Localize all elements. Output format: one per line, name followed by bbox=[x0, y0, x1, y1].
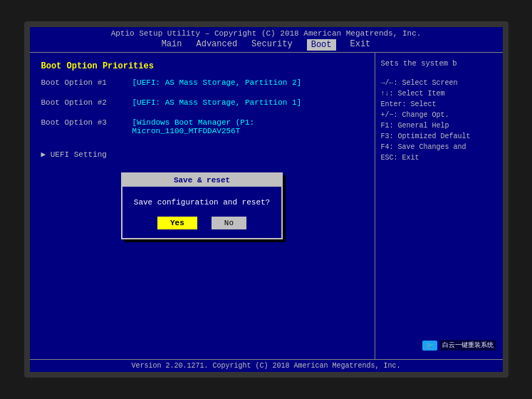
key-change-opt: +/−: Change Opt. bbox=[381, 110, 497, 120]
dialog-message: Save configuration and reset? bbox=[134, 198, 270, 207]
watermark-brand: 白云一键重装系统 bbox=[440, 340, 496, 351]
app-title: Aptio Setup Utility – Copyright (C) 2018… bbox=[30, 29, 503, 38]
menu-item-main[interactable]: Main bbox=[162, 39, 182, 51]
dialog-buttons: Yes No bbox=[134, 217, 270, 229]
menu-items: Main Advanced Security Boot Exit bbox=[30, 39, 503, 51]
key-enter: Enter: Select bbox=[381, 99, 497, 110]
no-button[interactable]: No bbox=[212, 217, 246, 229]
key-select-screen: →/←: Select Screen bbox=[381, 78, 497, 88]
left-panel: Boot Option Priorities Boot Option #1 [U… bbox=[30, 53, 375, 359]
save-reset-dialog: Save & reset Save configuration and rese… bbox=[121, 172, 283, 239]
watermark-logo: 🐦 bbox=[422, 341, 437, 351]
dialog-body: Save configuration and reset? Yes No bbox=[122, 187, 281, 238]
menu-item-security[interactable]: Security bbox=[251, 39, 293, 51]
menu-item-boot[interactable]: Boot bbox=[307, 39, 336, 51]
help-text: Sets the system b bbox=[381, 58, 497, 69]
key-f4: F4: Save Changes and bbox=[381, 142, 497, 152]
right-panel: Sets the system b →/←: Select Screen ↑↓:… bbox=[375, 53, 503, 359]
dialog-title: Save & reset bbox=[122, 174, 281, 187]
monitor: Aptio Setup Utility – Copyright (C) 2018… bbox=[24, 21, 508, 378]
menu-item-exit[interactable]: Exit bbox=[350, 39, 371, 51]
screen: Aptio Setup Utility – Copyright (C) 2018… bbox=[30, 27, 503, 372]
status-bar: Version 2.20.1271. Copyright (C) 2018 Am… bbox=[30, 359, 503, 372]
dialog-overlay: Save & reset Save configuration and rese… bbox=[30, 53, 375, 359]
key-select-item: ↑↓: Select Item bbox=[381, 88, 497, 99]
version-text: Version 2.20.1271. Copyright (C) 2018 Am… bbox=[131, 362, 400, 370]
key-help: →/←: Select Screen ↑↓: Select Item Enter… bbox=[381, 78, 497, 163]
content-area: Boot Option Priorities Boot Option #1 [U… bbox=[30, 53, 503, 359]
key-esc: ESC: Exit bbox=[381, 152, 497, 163]
menu-item-advanced[interactable]: Advanced bbox=[196, 39, 237, 51]
key-f3: F3: Optimized Default bbox=[381, 131, 497, 142]
key-f1: F1: General Help bbox=[381, 120, 497, 131]
yes-button[interactable]: Yes bbox=[157, 217, 197, 229]
menu-bar: Aptio Setup Utility – Copyright (C) 2018… bbox=[30, 27, 503, 53]
watermark: 🐦 白云一键重装系统 bbox=[422, 340, 496, 351]
